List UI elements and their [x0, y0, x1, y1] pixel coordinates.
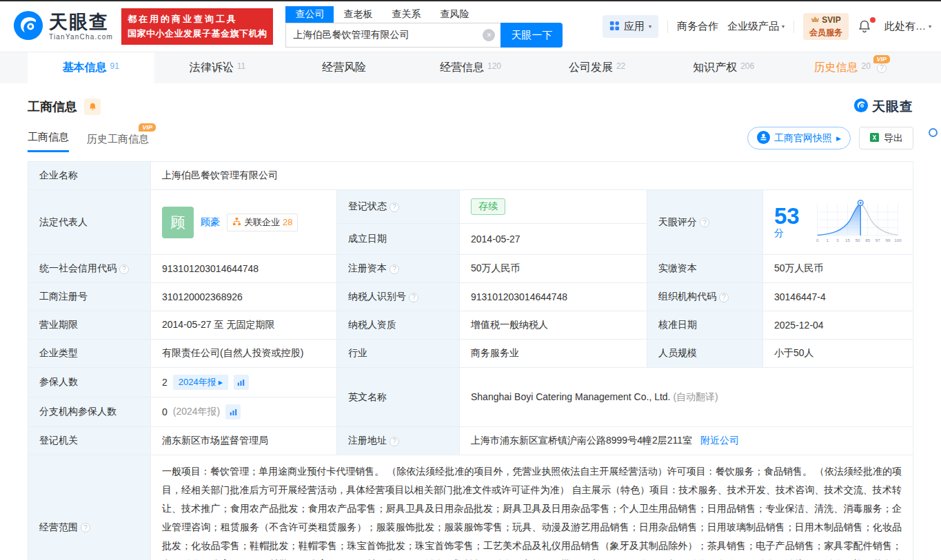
nav-cooperation[interactable]: 商务合作: [677, 20, 718, 33]
table-row: 企业类型 有限责任公司(自然人投资或控股) 行业 商务服务业 人员规模 小于50…: [28, 340, 913, 368]
table-row: 登记机关 浦东新区市场监督管理局 注册地址? 上海市浦东新区宣桥镇沪南公路899…: [28, 427, 913, 455]
apps-menu[interactable]: 应用 ▾: [603, 15, 658, 38]
export-button[interactable]: 导出: [859, 127, 913, 149]
tab-basic-info[interactable]: 基本信息 91: [28, 52, 154, 83]
table-row: 工商注册号 310120002368926 纳税人识别号? 9131012030…: [28, 283, 913, 311]
subscribe-bell-icon[interactable]: [84, 98, 101, 115]
search-button[interactable]: 天眼一下: [500, 23, 563, 48]
staff-size-value: 小于50人: [763, 340, 913, 368]
user-label: 此处有…: [884, 20, 926, 33]
arrow-right-icon: ▶: [836, 135, 841, 142]
annual-report-tag[interactable]: 2024年报 ▶: [173, 375, 228, 390]
official-snapshot-button[interactable]: 工商官网快照 ▶: [747, 127, 851, 149]
notification-dot: [870, 17, 876, 23]
related-companies-tag[interactable]: 关联企业 28: [227, 214, 298, 231]
reg-authority-label: 登记机关: [28, 427, 151, 455]
svg-text:100: 100: [894, 238, 902, 242]
nav-enterprise-products[interactable]: 企业级产品 ▾: [727, 20, 785, 33]
watermark-logo-icon: [853, 98, 869, 116]
search-input[interactable]: [285, 23, 500, 48]
notification-bell-icon[interactable]: [858, 19, 876, 35]
tianyancha-watermark: 天眼查: [853, 98, 913, 116]
svg-text:3: 3: [836, 238, 839, 242]
svg-text:97: 97: [876, 238, 880, 242]
credit-code-value: 913101203014644748: [151, 255, 337, 283]
chevron-down-icon: ▾: [929, 23, 931, 30]
help-icon[interactable]: ?: [81, 523, 90, 532]
svg-text:50: 50: [856, 238, 860, 242]
tab-company-development[interactable]: 公司发展 22: [534, 52, 660, 83]
status-badge: 存续: [471, 198, 505, 215]
avatar[interactable]: 顾: [162, 207, 194, 238]
table-row: 营业期限 2014-05-27 至 无固定期限 纳税人资质 增值税一般纳税人 核…: [28, 311, 913, 340]
table-row: 统一社会信用代码? 913101203014644748 注册资本? 50万人民…: [28, 255, 913, 283]
tab-intellectual-property[interactable]: 知识产权 206: [660, 52, 787, 83]
field-label: 组织机构代码: [658, 291, 716, 302]
chevron-down-icon: ▾: [649, 23, 651, 30]
search-tab-boss[interactable]: 查老板: [334, 6, 382, 23]
field-label: 天眼评分: [658, 216, 697, 227]
field-label: 纳税人识别号: [348, 291, 406, 302]
reg-authority-value: 浦东新区市场监督管理局: [151, 427, 337, 455]
user-menu[interactable]: 此处有… ▾: [884, 20, 931, 33]
reg-number-value: 310120002368926: [151, 283, 337, 311]
help-icon[interactable]: ?: [389, 203, 399, 212]
tab-count: 206: [740, 61, 754, 71]
subtab-history-business-info[interactable]: VIP 历史工商信息: [87, 133, 149, 152]
tab-legal-litigation[interactable]: 法律诉讼 11: [154, 52, 281, 83]
tab-operation-risk[interactable]: 经营风险: [281, 52, 407, 83]
help-icon[interactable]: ?: [719, 293, 729, 302]
trend-chart-icon[interactable]: [225, 404, 241, 419]
score-value: 53分: [763, 190, 913, 255]
auto-translate-note: (自动翻译): [673, 391, 718, 402]
search-tab-company[interactable]: 查公司: [285, 6, 334, 23]
address-label: 注册地址?: [337, 427, 460, 455]
address-text: 上海市浦东新区宣桥镇沪南公路8999号4幢2层211室: [471, 435, 692, 446]
scope-value: 一般项目：餐饮管理；单用途商业预付卡代理销售。 （除依法须经批准的项目外，凭营业…: [151, 455, 913, 560]
search-tab-risk[interactable]: 查风险: [430, 6, 478, 23]
vip-badge: VIP: [873, 55, 891, 63]
brand-slogan: 都在用的商业查询工具 国家中小企业发展子基金旗下机构: [121, 8, 274, 44]
tianyancha-logo[interactable]: 天眼查 TianYanCha.com: [12, 10, 113, 44]
trend-chart-icon[interactable]: [234, 375, 249, 390]
help-icon[interactable]: ?: [877, 63, 887, 73]
tab-count: 11: [237, 61, 245, 71]
company-name-value: 上海伯邑餐饮管理有限公司: [151, 162, 913, 190]
subtab-business-info[interactable]: 工商信息: [28, 131, 69, 152]
help-icon[interactable]: ?: [389, 265, 399, 274]
svg-text:1: 1: [827, 238, 829, 242]
help-icon[interactable]: ?: [119, 265, 129, 274]
tab-count: 91: [110, 61, 119, 71]
tab-history-info[interactable]: VIP 历史信息 20 ?: [787, 52, 913, 83]
search-tab-relation[interactable]: 查关系: [382, 6, 430, 23]
section-title: 工商信息: [28, 98, 77, 115]
field-label: 经营范围: [39, 521, 78, 532]
tab-label: 经营信息: [440, 61, 484, 75]
legal-rep-link[interactable]: 顾豪: [201, 216, 220, 229]
vip-badge: VIP: [139, 123, 156, 132]
field-label: 统一社会信用代码: [39, 262, 117, 273]
legal-rep-value: 顾 顾豪 关联企业 28: [151, 190, 337, 255]
tab-label: 法律诉讼: [190, 61, 234, 75]
paid-capital-value: 50万人民币: [763, 255, 913, 283]
tab-count: 120: [487, 61, 501, 71]
help-icon[interactable]: ?: [700, 218, 709, 227]
brand-name: 天眼查: [49, 13, 113, 32]
help-icon[interactable]: ?: [409, 293, 418, 302]
score-unit: 分: [774, 227, 784, 238]
tab-count: 22: [616, 61, 625, 71]
company-type-label: 企业类型: [28, 340, 151, 368]
nearby-companies-link[interactable]: 附近公司: [700, 435, 739, 446]
svip-member-badge[interactable]: SVIP 会员服务: [803, 13, 849, 41]
help-icon[interactable]: ?: [389, 437, 399, 446]
reg-status-label: 登记状态?: [337, 190, 460, 224]
related-count: 28: [283, 217, 292, 227]
insured-label: 参保人数: [28, 368, 151, 397]
watermark-text: 天眼查: [872, 98, 913, 116]
chevron-down-icon: ▾: [782, 23, 785, 30]
tab-operation-info[interactable]: 经营信息 120: [407, 52, 534, 83]
side-widget-dot[interactable]: [929, 128, 938, 137]
company-nav-tabs: 基本信息 91 法律诉讼 11 经营风险 经营信息 120 公司发展 22 知识…: [0, 52, 941, 83]
crown-icon: [811, 15, 820, 25]
excel-icon: [869, 132, 880, 145]
